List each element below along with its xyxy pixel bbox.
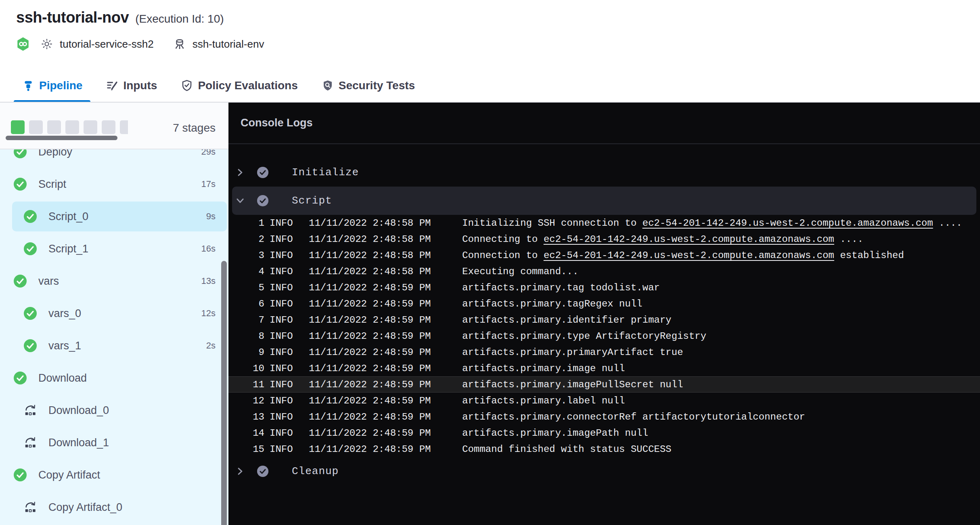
stage-list: Deploy 29s Script 17s Script_0 9s Script…	[0, 149, 228, 525]
log-message: artifacts.primary.imagePullSecret null	[462, 379, 683, 390]
log-row[interactable]: 6 INFO 11/11/2022 2:48:59 PM artifacts.p…	[228, 296, 980, 312]
log-row[interactable]: 14 INFO 11/11/2022 2:48:59 PM artifacts.…	[228, 425, 980, 441]
stage-progress-square	[65, 120, 79, 134]
log-level: INFO	[270, 250, 309, 261]
stage-retry-icon	[24, 436, 37, 449]
log-level: INFO	[270, 379, 309, 390]
log-level: INFO	[270, 218, 309, 229]
console-header: Console Logs	[228, 103, 980, 144]
log-line-number: 6	[228, 298, 264, 309]
log-host-link[interactable]: ec2-54-201-142-249.us-west-2.compute.ama…	[642, 218, 933, 229]
stage-row[interactable]: Deploy 29s	[0, 149, 228, 168]
stage-progress-horizontal-scrollbar[interactable]	[6, 136, 117, 140]
log-message: artifacts.primary.primaryArtifact true	[462, 347, 683, 358]
stage-duration: 13s	[201, 276, 216, 286]
stage-duration: 29s	[201, 149, 216, 157]
log-row[interactable]: 5 INFO 11/11/2022 2:48:59 PM artifacts.p…	[228, 279, 980, 296]
log-row[interactable]: 12 INFO 11/11/2022 2:48:59 PM artifacts.…	[228, 393, 980, 409]
log-line-number: 14	[228, 428, 264, 439]
log-row[interactable]: 13 INFO 11/11/2022 2:48:59 PM artifacts.…	[228, 409, 980, 425]
policy-shield-icon	[180, 79, 193, 92]
execution-id: (Execution Id: 10)	[135, 13, 224, 25]
stage-label: Download_0	[48, 404, 109, 417]
log-row[interactable]: 1 INFO 11/11/2022 2:48:58 PM Initializin…	[228, 215, 980, 231]
log-timestamp: 11/11/2022 2:48:59 PM	[309, 444, 462, 455]
log-row[interactable]: 9 INFO 11/11/2022 2:48:59 PM artifacts.p…	[228, 344, 980, 360]
log-timestamp: 11/11/2022 2:48:59 PM	[309, 315, 462, 326]
tab-label: Policy Evaluations	[198, 79, 297, 92]
section-label: Cleanup	[292, 465, 339, 477]
chevron-right-icon[interactable]	[235, 466, 245, 477]
stage-duration: 2s	[206, 340, 216, 351]
log-row[interactable]: 8 INFO 11/11/2022 2:48:59 PM artifacts.p…	[228, 328, 980, 344]
service-name[interactable]: tutorial-service-ssh2	[60, 38, 154, 50]
stage-retry-icon	[24, 404, 37, 417]
stage-label: Deploy	[38, 149, 72, 158]
stage-row[interactable]: Copy Artifact_0	[0, 491, 228, 523]
stage-row[interactable]: Download_1	[0, 426, 228, 459]
log-host-link[interactable]: ec2-54-201-142-249.us-west-2.compute.ama…	[544, 234, 834, 245]
tab-pipeline[interactable]: Pipeline	[14, 69, 90, 102]
log-line-number: 2	[228, 234, 264, 245]
log-message: Connecting to ec2-54-201-142-249.us-west…	[462, 234, 863, 245]
log-row[interactable]: 7 INFO 11/11/2022 2:48:59 PM artifacts.p…	[228, 312, 980, 328]
log-message: Command finished with status SUCCESS	[462, 444, 671, 455]
stage-label: Script_1	[48, 243, 88, 255]
log-row[interactable]: 10 INFO 11/11/2022 2:48:59 PM artifacts.…	[228, 360, 980, 376]
tab-security-tests[interactable]: Security Tests	[313, 69, 423, 102]
log-row[interactable]: 3 INFO 11/11/2022 2:48:58 PM Connection …	[228, 247, 980, 263]
stage-list-vertical-scrollbar[interactable]	[221, 261, 227, 525]
log-row[interactable]: 11 INFO 11/11/2022 2:48:59 PM artifacts.…	[228, 376, 980, 393]
stages-count: 7 stages	[173, 121, 216, 135]
stage-row[interactable]: Copy Artifact	[0, 459, 228, 491]
stage-progress-square	[84, 120, 97, 134]
log-timestamp: 11/11/2022 2:48:59 PM	[309, 379, 462, 390]
log-line-number: 12	[228, 395, 264, 406]
log-timestamp: 11/11/2022 2:48:59 PM	[309, 395, 462, 406]
tab-policy-evaluations[interactable]: Policy Evaluations	[172, 69, 306, 102]
stage-row[interactable]: Script 17s	[0, 168, 228, 200]
stage-label: vars_0	[48, 307, 81, 320]
stage-row[interactable]: vars_0 12s	[0, 297, 228, 330]
tab-inputs[interactable]: Inputs	[98, 69, 165, 102]
stage-label: Copy Artifact	[38, 469, 100, 481]
pipeline-execution-page: ssh-tutorial-nov (Execution Id: 10) tuto…	[0, 0, 980, 525]
pipeline-icon	[22, 79, 35, 92]
log-row[interactable]: 2 INFO 11/11/2022 2:48:58 PM Connecting …	[228, 231, 980, 247]
console-title: Console Logs	[241, 117, 313, 129]
log-section-initialize[interactable]: Initialize	[232, 158, 976, 187]
log-timestamp: 11/11/2022 2:48:59 PM	[309, 363, 462, 374]
log-message: Executing command...	[462, 266, 578, 277]
security-shield-icon	[321, 79, 334, 92]
log-message: artifacts.primary.type ArtifactoryRegist…	[462, 331, 706, 342]
stage-progress-square	[29, 120, 43, 134]
stage-success-icon	[14, 275, 27, 288]
log-level: INFO	[270, 282, 309, 293]
log-host-link[interactable]: ec2-54-201-142-249.us-west-2.compute.ama…	[544, 250, 834, 261]
chevron-right-icon[interactable]	[235, 167, 245, 178]
log-row[interactable]: 15 INFO 11/11/2022 2:48:59 PM Command fi…	[228, 441, 980, 457]
stage-row[interactable]: Script_1 16s	[0, 233, 228, 265]
stage-row[interactable]: Download_0	[0, 394, 228, 426]
log-message: artifacts.primary.imagePath null	[462, 428, 648, 439]
stage-row[interactable]: vars_1 2s	[0, 330, 228, 362]
log-timestamp: 11/11/2022 2:48:58 PM	[309, 218, 462, 229]
stage-success-icon	[14, 468, 27, 481]
stage-progress-square	[102, 120, 115, 134]
log-section-cleanup[interactable]: Cleanup	[232, 457, 976, 485]
stage-retry-icon	[24, 501, 37, 514]
chevron-down-icon[interactable]	[235, 195, 245, 206]
stage-progress-square	[120, 120, 128, 134]
pipeline-status-badge-icon	[16, 37, 30, 51]
stage-row[interactable]: Script_0 9s	[0, 200, 228, 233]
stage-label: vars	[38, 275, 59, 288]
log-lines: 1 INFO 11/11/2022 2:48:58 PM Initializin…	[228, 215, 980, 457]
stage-row[interactable]: vars 13s	[0, 265, 228, 297]
log-section-script[interactable]: Script	[232, 187, 976, 215]
service-gear-icon	[40, 38, 53, 50]
environment-name[interactable]: ssh-tutorial-env	[193, 38, 264, 50]
log-row[interactable]: 4 INFO 11/11/2022 2:48:58 PM Executing c…	[228, 263, 980, 279]
log-message: artifacts.primary.label null	[462, 395, 625, 406]
stage-row[interactable]: Download	[0, 362, 228, 394]
stage-duration: 16s	[201, 244, 216, 254]
